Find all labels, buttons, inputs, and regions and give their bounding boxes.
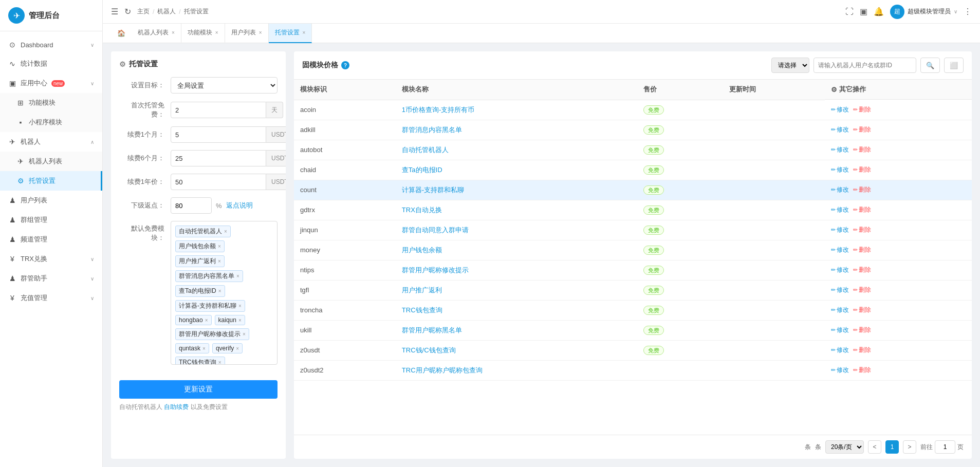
tag-remove-icon[interactable]: × xyxy=(218,258,221,264)
help-icon[interactable]: ? xyxy=(341,61,349,69)
tag-remove-icon[interactable]: × xyxy=(224,229,227,234)
action-修改[interactable]: ✏修改 xyxy=(831,206,849,213)
action-修改[interactable]: ✏修改 xyxy=(831,126,849,133)
tab-func-module-close[interactable]: × xyxy=(215,30,218,35)
goto-page-input[interactable] xyxy=(935,440,955,454)
module-name-link[interactable]: 群管自动同意入群申请 xyxy=(402,226,469,234)
screen-icon[interactable]: ▣ xyxy=(860,7,867,16)
renew-1y-input[interactable] xyxy=(171,174,266,190)
module-name-link[interactable]: 1币价格查询-支持所有币 xyxy=(402,106,475,114)
action-删除[interactable]: ✏删除 xyxy=(853,246,871,253)
tag-remove-icon[interactable]: × xyxy=(238,303,242,309)
user-menu[interactable]: 超 超级模块管理员 ∨ xyxy=(890,5,957,19)
tag-remove-icon[interactable]: × xyxy=(205,317,208,323)
action-修改[interactable]: ✏修改 xyxy=(831,226,849,233)
tag-remove-icon[interactable]: × xyxy=(243,331,246,337)
tab-user-list[interactable]: 用户列表 × xyxy=(225,24,269,43)
filter-select[interactable]: 请选择 xyxy=(771,58,809,73)
tab-func-module[interactable]: 功能模块 × xyxy=(181,24,225,43)
module-name-link[interactable]: 自动托管机器人 xyxy=(402,146,449,154)
current-page-button[interactable]: 1 xyxy=(885,440,899,454)
tag-remove-icon[interactable]: × xyxy=(236,346,239,351)
sidebar-item-channel-manage[interactable]: ♟ 频道管理 xyxy=(0,230,102,249)
rebate-input[interactable] xyxy=(171,197,212,214)
tab-hosting[interactable]: 托管设置 × xyxy=(269,24,312,43)
rebate-link[interactable]: 返点说明 xyxy=(226,201,253,210)
tab-robot-list[interactable]: 机器人列表 × xyxy=(132,24,181,43)
action-修改[interactable]: ✏修改 xyxy=(831,306,849,313)
module-name-link[interactable]: 用户推广返利 xyxy=(402,286,442,294)
action-修改[interactable]: ✏修改 xyxy=(831,246,849,253)
renew-6m-input[interactable] xyxy=(171,150,266,166)
prev-page-button[interactable]: < xyxy=(868,440,881,454)
action-删除[interactable]: ✏删除 xyxy=(853,146,871,153)
action-删除[interactable]: ✏删除 xyxy=(853,306,871,313)
renew-1m-input[interactable] xyxy=(171,126,266,143)
bell-icon[interactable]: 🔔 xyxy=(874,7,884,16)
menu-toggle-icon[interactable]: ☰ xyxy=(111,7,118,16)
fullscreen-icon[interactable]: ⛶ xyxy=(845,7,854,16)
action-修改[interactable]: ✏修改 xyxy=(831,326,849,333)
action-修改[interactable]: ✏修改 xyxy=(831,166,849,173)
action-删除[interactable]: ✏删除 xyxy=(853,286,871,293)
action-修改[interactable]: ✏修改 xyxy=(831,106,849,113)
action-修改[interactable]: ✏修改 xyxy=(831,186,849,193)
sidebar-item-dashboard[interactable]: ⊙ Dashboard ∨ xyxy=(0,35,102,54)
search-button[interactable]: 🔍 xyxy=(920,58,940,73)
sidebar-item-group-manage[interactable]: ♟ 群组管理 xyxy=(0,210,102,230)
action-删除[interactable]: ✏删除 xyxy=(853,106,871,113)
module-name-link[interactable]: 计算器-支持群和私聊 xyxy=(402,186,464,194)
next-page-button[interactable]: > xyxy=(903,440,916,454)
tab-user-list-close[interactable]: × xyxy=(259,30,262,35)
refresh-icon[interactable]: ↻ xyxy=(124,7,131,16)
module-name-link[interactable]: 群管用户昵称黑名单 xyxy=(402,326,462,334)
tab-robot-list-close[interactable]: × xyxy=(172,30,175,35)
export-button[interactable]: ⬜ xyxy=(944,58,964,73)
breadcrumb-home[interactable]: 主页 xyxy=(137,7,150,16)
sidebar-item-func-module[interactable]: ⊞ 功能模块 xyxy=(0,93,102,113)
module-name-link[interactable]: TRX自动兑换 xyxy=(402,206,442,214)
module-name-link[interactable]: 群管消息内容黑名单 xyxy=(402,126,462,134)
module-name-link[interactable]: TRC钱/C钱包查询 xyxy=(402,346,456,354)
sidebar-item-robot[interactable]: ✈ 机器人 ∧ xyxy=(0,132,102,152)
breadcrumb-robot[interactable]: 机器人 xyxy=(157,7,176,16)
tag-remove-icon[interactable]: × xyxy=(218,360,221,365)
tag-remove-icon[interactable]: × xyxy=(218,288,221,294)
tab-home[interactable]: 🏠 xyxy=(111,24,132,43)
action-删除[interactable]: ✏删除 xyxy=(853,326,871,333)
tab-hosting-close[interactable]: × xyxy=(303,30,306,35)
module-name-link[interactable]: 查Ta的电报ID xyxy=(402,166,442,174)
search-input[interactable] xyxy=(813,58,916,73)
update-settings-button[interactable]: 更新设置 xyxy=(119,380,278,399)
sidebar-item-robot-list[interactable]: ✈ 机器人列表 xyxy=(0,152,102,171)
tag-remove-icon[interactable]: × xyxy=(236,273,239,279)
module-name-link[interactable]: 群管用户昵称修改提示 xyxy=(402,266,469,274)
module-name-link[interactable]: TRC钱包查询 xyxy=(402,306,442,314)
action-删除[interactable]: ✏删除 xyxy=(853,346,871,353)
sidebar-item-recharge[interactable]: ¥ 充值管理 ∨ xyxy=(0,288,102,308)
module-name-link[interactable]: 用户钱包余额 xyxy=(402,246,442,254)
more-icon[interactable]: ⋮ xyxy=(964,7,972,16)
action-删除[interactable]: ✏删除 xyxy=(853,126,871,133)
sidebar-item-mini-program[interactable]: ▪ 小程序模块 xyxy=(0,113,102,132)
action-删除[interactable]: ✏删除 xyxy=(853,226,871,233)
sidebar-item-hosting[interactable]: ⚙ 托管设置 xyxy=(0,171,102,191)
tag-remove-icon[interactable]: × xyxy=(202,346,206,351)
action-修改[interactable]: ✏修改 xyxy=(831,266,849,273)
tag-remove-icon[interactable]: × xyxy=(238,317,242,323)
module-name-link[interactable]: TRC用户昵称户昵称包查询 xyxy=(402,366,483,374)
tag-remove-icon[interactable]: × xyxy=(218,244,221,249)
action-修改[interactable]: ✏修改 xyxy=(831,146,849,153)
action-删除[interactable]: ✏删除 xyxy=(853,186,871,193)
action-删除[interactable]: ✏删除 xyxy=(853,206,871,213)
per-page-select[interactable]: 20条/页 xyxy=(825,440,864,454)
action-修改[interactable]: ✏修改 xyxy=(831,346,849,353)
sidebar-item-group-assist[interactable]: ♟ 群管助手 ∨ xyxy=(0,269,102,288)
sidebar-item-trx-exchange[interactable]: ¥ TRX兑换 ∨ xyxy=(0,249,102,269)
sidebar-item-stats[interactable]: ∿ 统计数据 xyxy=(0,54,102,73)
self-renew-link[interactable]: 自助续费 xyxy=(164,403,189,410)
action-删除[interactable]: ✏删除 xyxy=(853,366,871,373)
action-删除[interactable]: ✏删除 xyxy=(853,266,871,273)
action-修改[interactable]: ✏修改 xyxy=(831,366,849,373)
sidebar-item-user-list[interactable]: ♟ 用户列表 xyxy=(0,191,102,210)
